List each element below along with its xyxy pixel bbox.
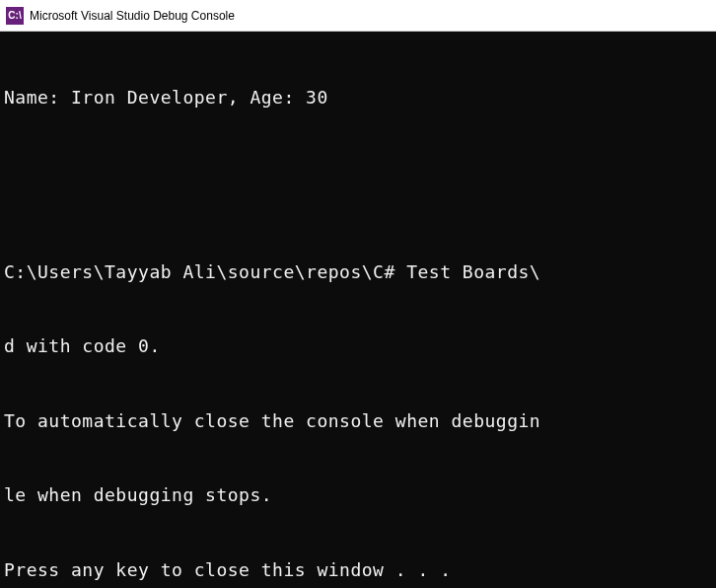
console-output[interactable]: Name: Iron Developer, Age: 30 C:\Users\T… bbox=[0, 32, 716, 588]
app-icon: C:\ bbox=[6, 7, 24, 25]
window-title: Microsoft Visual Studio Debug Console bbox=[30, 9, 235, 23]
console-line: Name: Iron Developer, Age: 30 bbox=[4, 85, 712, 110]
console-line: C:\Users\Tayyab Ali\source\repos\C# Test… bbox=[4, 259, 712, 284]
console-line: d with code 0. bbox=[4, 333, 712, 358]
console-line: Press any key to close this window . . . bbox=[4, 557, 712, 582]
title-bar[interactable]: C:\ Microsoft Visual Studio Debug Consol… bbox=[0, 0, 716, 32]
console-line: le when debugging stops. bbox=[4, 482, 712, 507]
console-line: To automatically close the console when … bbox=[4, 408, 712, 433]
